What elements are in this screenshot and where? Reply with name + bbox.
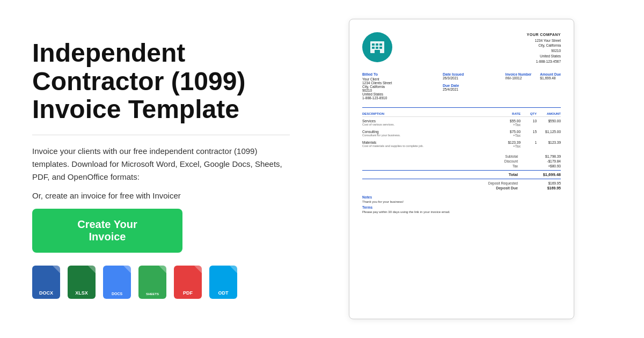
svg-rect-4 <box>372 47 375 49</box>
billed-to: Billed To Your Client 1234 Clients Stree… <box>362 72 437 100</box>
svg-rect-6 <box>379 47 382 49</box>
or-text: Or, create an invoice for free with Invo… <box>32 191 290 200</box>
page-title: Independent Contractor (1099) Invoice Te… <box>32 39 290 124</box>
line-item: Materials Cost of materials and supplies… <box>362 141 561 148</box>
right-panel: YOUR COMPANY 1234 Your Street City, Cali… <box>311 19 612 319</box>
company-info: YOUR COMPANY 1234 Your Street City, Cali… <box>527 32 561 64</box>
table-header: DESCRIPTION RATE QTY AMOUNT <box>362 111 561 117</box>
line-item: Services Cost of various services. $55.0… <box>362 119 561 127</box>
odt-icon[interactable]: ODT <box>209 266 237 299</box>
page-container: Independent Contractor (1099) Invoice Te… <box>0 0 644 338</box>
svg-rect-2 <box>376 43 378 46</box>
title-divider <box>32 135 290 135</box>
line-item: Consulting Consultant for your business.… <box>362 130 561 137</box>
docx-icon[interactable]: DOCX <box>32 266 60 299</box>
notes-section: Notes Thank you for your business! Terms… <box>362 195 561 214</box>
pdf-icon[interactable]: PDF <box>174 266 202 299</box>
invoice-header: YOUR COMPANY 1234 Your Street City, Cali… <box>362 32 561 64</box>
gsheet-icon[interactable]: SHEETS <box>138 266 166 299</box>
svg-rect-1 <box>372 43 375 46</box>
billing-row: Billed To Your Client 1234 Clients Stree… <box>362 72 561 100</box>
left-panel: Independent Contractor (1099) Invoice Te… <box>32 39 311 299</box>
invoice-dates: Date Issued 26/3/2021 Due Date 25/4/2021 <box>437 72 506 100</box>
create-invoice-button[interactable]: Create Your Invoice <box>32 209 182 253</box>
description-text: Invoice your clients with our free indep… <box>32 145 290 183</box>
total-final: Total $1,699.48 <box>362 170 561 179</box>
company-logo <box>362 32 392 62</box>
totals-section: Subtotal $1,798.39 Discount -$179.84 Tax… <box>362 152 561 190</box>
gdoc-icon[interactable]: DOCS <box>103 266 131 299</box>
svg-rect-5 <box>376 47 378 49</box>
xlsx-icon[interactable]: XLSX <box>68 266 96 299</box>
invoice-meta: Invoice Number INV-10012 Amount Due $1,6… <box>506 72 561 100</box>
file-format-icons: DOCX XLSX DOCS SHEETS PDF ODT <box>32 266 290 299</box>
svg-rect-7 <box>375 50 380 53</box>
svg-rect-3 <box>379 43 382 46</box>
table-divider <box>362 107 561 108</box>
invoice-preview: YOUR COMPANY 1234 Your Street City, Cali… <box>349 19 574 319</box>
